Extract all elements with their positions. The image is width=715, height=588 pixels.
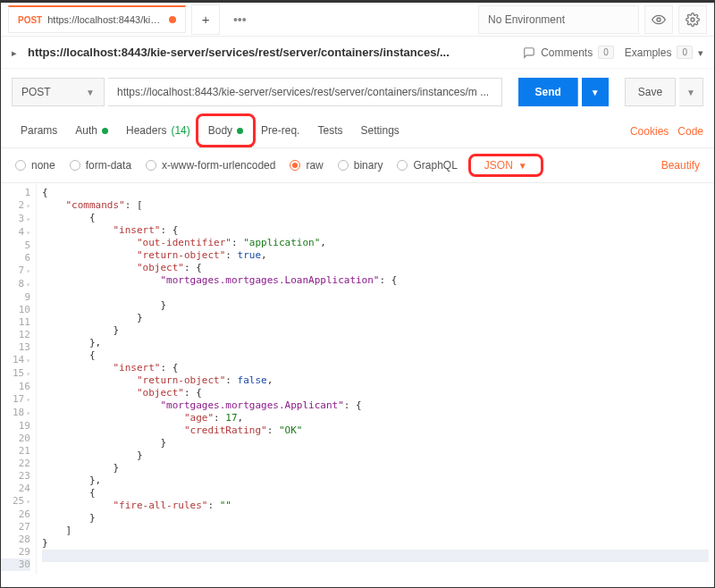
body-radio-graphql[interactable]: GraphQL: [397, 159, 457, 172]
tab-auth-label: Auth: [75, 124, 97, 137]
tab-headers-label: Headers: [126, 124, 166, 137]
body-editor[interactable]: 1234567891011121314151617181920212223242…: [1, 183, 714, 575]
radio-icon: [15, 160, 26, 171]
more-tabs-button[interactable]: •••: [225, 4, 254, 35]
subtabs: Params Auth Headers (14) Body Pre-req. T…: [1, 115, 714, 148]
examples-count: 0: [677, 46, 693, 59]
tab-body-label: Body: [208, 124, 232, 137]
comment-icon: [523, 46, 535, 59]
radio-selected-icon: [290, 160, 300, 171]
url-input[interactable]: https://localhost:8443/kie-server/servic…: [108, 78, 502, 106]
body-radio-raw[interactable]: raw: [290, 159, 323, 172]
body-radio-none[interactable]: none: [15, 159, 55, 172]
status-dot-icon: [102, 128, 108, 134]
request-name: https://localhost:8443/kie-server/servic…: [28, 46, 512, 59]
environment-quicklook-button[interactable]: [644, 5, 673, 34]
svg-point-1: [691, 18, 694, 21]
tab-params[interactable]: Params: [12, 115, 66, 147]
body-radio-urlencoded[interactable]: x-www-form-urlencoded: [146, 159, 275, 172]
inforow: ▸ https://localhost:8443/kie-server/serv…: [1, 37, 714, 69]
comments-count: 0: [598, 46, 614, 59]
send-button[interactable]: Send: [518, 78, 577, 106]
cookies-link[interactable]: Cookies: [630, 125, 669, 138]
body-language-selector[interactable]: JSON ▼: [472, 155, 540, 175]
tab-method-badge: POST: [18, 15, 42, 25]
save-dropdown[interactable]: ▼: [679, 78, 703, 106]
send-dropdown[interactable]: ▼: [582, 78, 609, 106]
radio-icon: [70, 160, 80, 171]
request-row: POST ▼ https://localhost:8443/kie-server…: [1, 69, 714, 115]
body-type-row: none form-data x-www-form-urlencoded raw…: [1, 148, 714, 183]
topbar: POST https://localhost:8443/kie-serv... …: [1, 3, 714, 37]
method-value: POST: [21, 86, 51, 98]
body-radio-label: binary: [354, 159, 383, 172]
tab-headers[interactable]: Headers (14): [117, 115, 199, 147]
save-button[interactable]: Save: [625, 78, 676, 106]
tab-body[interactable]: Body: [199, 115, 252, 147]
tab-auth[interactable]: Auth: [66, 115, 117, 147]
examples-dropdown[interactable]: Examples 0 ▾: [625, 46, 703, 59]
chevron-down-icon: ▼: [518, 161, 527, 171]
body-radio-label: x-www-form-urlencoded: [162, 159, 275, 172]
body-radio-label: raw: [306, 159, 323, 172]
unsaved-dot-icon: [169, 16, 176, 23]
body-radio-binary[interactable]: binary: [338, 159, 383, 172]
radio-icon: [397, 160, 408, 171]
body-language-label: JSON: [484, 159, 513, 172]
status-dot-icon: [237, 128, 243, 134]
tab-url-short: https://localhost:8443/kie-serv...: [47, 14, 164, 25]
body-radio-label: form-data: [86, 159, 131, 172]
examples-label: Examples: [625, 46, 672, 59]
tab-prereq[interactable]: Pre-req.: [252, 115, 308, 147]
tab-active[interactable]: POST https://localhost:8443/kie-serv...: [8, 5, 186, 33]
body-radio-label: none: [31, 159, 55, 172]
editor-gutter: 1234567891011121314151617181920212223242…: [1, 183, 37, 575]
tab-tests[interactable]: Tests: [308, 115, 351, 147]
radio-icon: [146, 160, 156, 171]
radio-icon: [338, 160, 349, 171]
collapse-toggle-icon[interactable]: ▸: [12, 47, 17, 59]
editor-code[interactable]: { "commands": [ { "insert": { "out-ident…: [37, 183, 714, 575]
gear-icon: [686, 13, 700, 27]
settings-button[interactable]: [678, 5, 707, 34]
svg-point-0: [657, 18, 660, 21]
chevron-down-icon: ▾: [698, 47, 703, 59]
eye-icon: [652, 13, 666, 27]
code-link[interactable]: Code: [677, 125, 703, 138]
body-radio-label: GraphQL: [413, 159, 457, 172]
comments-label: Comments: [541, 46, 593, 59]
body-radio-formdata[interactable]: form-data: [70, 159, 131, 172]
environment-selector[interactable]: No Environment: [478, 5, 639, 34]
beautify-link[interactable]: Beautify: [661, 159, 700, 172]
new-tab-button[interactable]: +: [191, 4, 220, 35]
tab-settings[interactable]: Settings: [351, 115, 408, 147]
tab-headers-count: (14): [171, 124, 189, 137]
method-selector[interactable]: POST ▼: [12, 78, 105, 106]
comments-button[interactable]: Comments 0: [523, 46, 614, 59]
chevron-down-icon: ▼: [86, 88, 95, 97]
